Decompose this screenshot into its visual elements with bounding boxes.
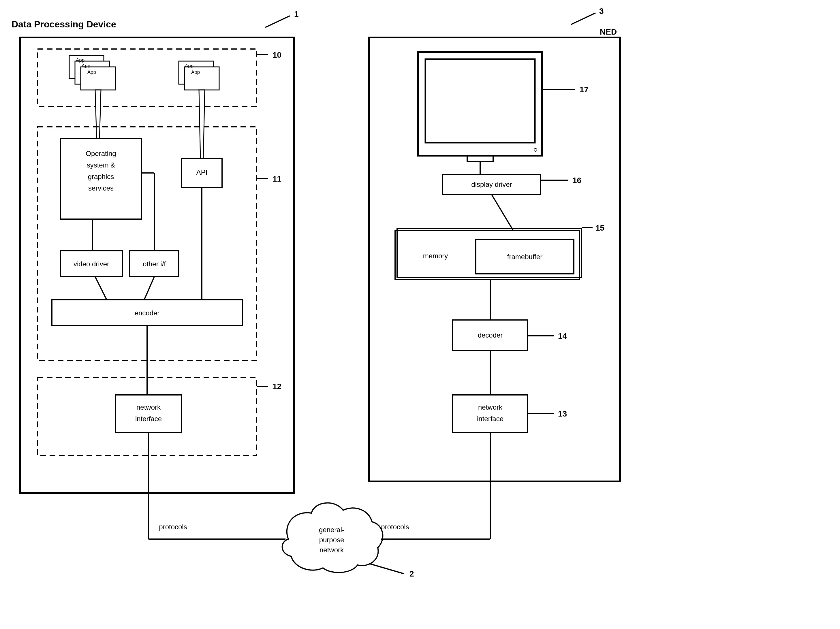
other-if-label: other i/f [143, 260, 166, 268]
protocols-right: protocols [381, 523, 409, 531]
os-text-2: system & [87, 161, 115, 169]
ref-line-1 [265, 16, 290, 27]
line-video-encoder [95, 277, 107, 300]
ref-2: 2 [409, 569, 414, 578]
ref-16: 16 [572, 176, 581, 185]
framebuffer-label: framebuffer [507, 253, 542, 260]
app-label: App [191, 69, 200, 75]
display-driver-label: display driver [471, 180, 512, 188]
ref-10: 10 [273, 50, 281, 59]
cloud-text-2: purpose [319, 536, 344, 544]
cloud-text-1: general- [319, 526, 344, 534]
network-interface-right-box [453, 395, 528, 432]
line-other-encoder [144, 277, 154, 300]
cloud-text-3: network [319, 546, 344, 554]
ref-14: 14 [558, 331, 567, 341]
os-text-4: services [88, 184, 114, 192]
arrow-app-to-os [95, 90, 101, 139]
video-driver-label: video driver [74, 260, 109, 268]
page-title: Data Processing Device [11, 19, 116, 29]
ref-1: 1 [294, 9, 299, 19]
ref-line-3 [571, 13, 595, 25]
api-label: API [196, 168, 208, 176]
ref-line-2 [369, 564, 404, 574]
os-text-3: graphics [88, 173, 114, 180]
monitor-inner [425, 59, 535, 143]
monitor-outer [418, 52, 542, 156]
network-interface-left-box [115, 395, 182, 432]
os-text-1: Operating [86, 150, 116, 158]
ref-12: 12 [273, 382, 281, 391]
protocols-left: protocols [159, 523, 187, 531]
ni-right-2: interface [477, 415, 504, 422]
diagram-root: Data Processing Device 1 10 App App App … [0, 0, 840, 629]
app-box [185, 67, 219, 90]
memory-label: memory [423, 252, 448, 260]
decoder-label: decoder [478, 331, 503, 339]
ref-15: 15 [595, 224, 605, 232]
encoder-label: encoder [135, 309, 160, 317]
ref-17: 17 [579, 85, 589, 94]
app-label: App [185, 63, 194, 69]
ref-13: 13 [558, 409, 567, 418]
app-box [81, 67, 115, 90]
ni-left-1: network [136, 403, 161, 411]
ned-label: NED [600, 27, 617, 36]
line-dd-fb [492, 195, 513, 231]
arrow-app-to-api [199, 90, 205, 159]
monitor-button [534, 148, 537, 151]
ref-3: 3 [599, 6, 604, 16]
app-label: App [76, 57, 84, 63]
app-label: App [87, 69, 96, 75]
ni-left-2: interface [135, 415, 162, 422]
ref-11: 11 [273, 174, 281, 183]
ni-right-1: network [478, 403, 503, 411]
app-label: App [82, 63, 90, 69]
